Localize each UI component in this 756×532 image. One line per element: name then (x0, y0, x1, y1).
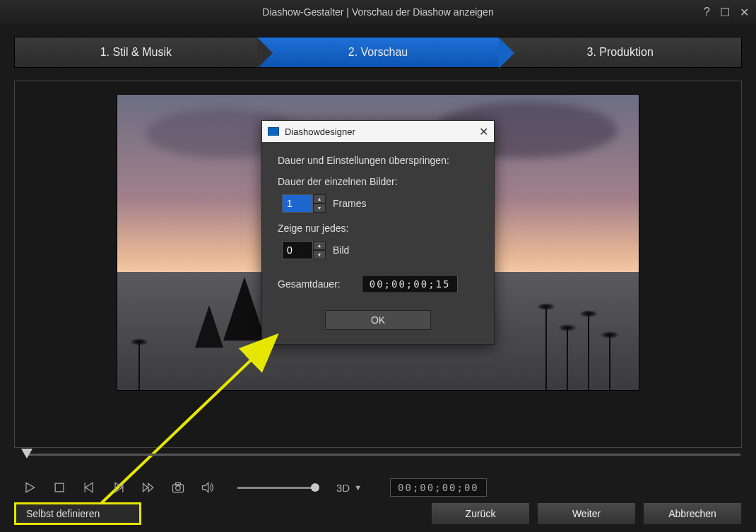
bottom-bar: Selbst definieren Zurück Weiter Abbreche… (14, 502, 742, 525)
dialog-heading: Dauer und Einstellungen überspringen: (278, 155, 478, 166)
step-label: 2. Vorschau (348, 46, 408, 59)
title-bar: Diashow-Gestalter | Vorschau der Diashow… (0, 0, 756, 24)
timeline-handle-icon[interactable] (21, 449, 33, 459)
help-icon[interactable]: ? (704, 6, 710, 18)
duration-spin-down-icon[interactable]: ▼ (313, 203, 326, 213)
next-button[interactable]: Weiter (537, 502, 636, 525)
volume-icon[interactable] (201, 480, 215, 495)
stop-icon[interactable] (52, 480, 66, 495)
app-icon (268, 127, 279, 136)
wizard-steps: 1. Stil & Musik 2. Vorschau 3. Produktio… (14, 37, 742, 68)
ok-button[interactable]: OK (325, 310, 431, 330)
volume-slider[interactable] (237, 487, 315, 489)
duration-label: Dauer der einzelnen Bilder: (278, 176, 478, 187)
step-production[interactable]: 3. Produktion (499, 37, 741, 67)
snapshot-icon[interactable] (171, 480, 185, 495)
dialog-title-bar: Diashowdesigner ✕ (262, 121, 494, 142)
back-button[interactable]: Zurück (431, 502, 530, 525)
slideshow-designer-dialog: Diashowdesigner ✕ Dauer und Einstellunge… (261, 120, 495, 345)
maximize-icon[interactable]: ☐ (720, 6, 730, 19)
dialog-close-icon[interactable]: ✕ (479, 125, 488, 138)
svg-rect-12 (176, 483, 181, 485)
svg-marker-9 (148, 483, 153, 492)
step-style-music[interactable]: 1. Stil & Musik (15, 37, 257, 67)
window-title: Diashow-Gestalter | Vorschau der Diashow… (262, 6, 493, 18)
cancel-button[interactable]: Abbrechen (643, 502, 742, 525)
svg-marker-6 (115, 483, 122, 492)
next-label: Weiter (572, 508, 601, 519)
playback-controls: 3D ▼ 00;00;00;00 (23, 478, 487, 497)
svg-rect-3 (55, 483, 64, 492)
duration-input[interactable] (282, 194, 313, 213)
play-icon[interactable] (23, 480, 37, 495)
close-icon[interactable]: ✕ (740, 6, 749, 19)
back-label: Zurück (466, 508, 496, 519)
volume-knob-icon[interactable] (311, 483, 319, 492)
every-spin-down-icon[interactable]: ▼ (313, 250, 326, 259)
self-define-button[interactable]: Selbst definieren (14, 502, 141, 525)
duration-spin-up-icon[interactable]: ▲ (313, 194, 326, 203)
step-label: 3. Produktion (587, 46, 654, 59)
timeline-slider[interactable] (16, 447, 740, 461)
self-define-label: Selbst definieren (26, 508, 100, 519)
svg-marker-8 (143, 483, 148, 492)
every-spin-up-icon[interactable]: ▲ (313, 241, 326, 250)
cancel-label: Abbrechen (668, 508, 716, 519)
3d-label: 3D (336, 482, 350, 494)
svg-marker-4 (85, 483, 93, 492)
svg-marker-13 (203, 483, 208, 492)
step-label: 1. Stil & Musik (100, 46, 172, 59)
step-preview[interactable]: 2. Vorschau (257, 37, 500, 67)
every-label: Zeige nur jedes: (278, 223, 478, 234)
every-input[interactable] (282, 241, 313, 259)
svg-point-11 (176, 486, 181, 491)
duration-unit: Frames (333, 198, 366, 209)
total-duration-value: 00;00;00;15 (362, 275, 459, 293)
every-unit: Bild (333, 244, 349, 256)
playback-time: 00;00;00;00 (390, 478, 487, 497)
prev-frame-icon[interactable] (82, 480, 96, 495)
dialog-title: Diashowdesigner (285, 126, 355, 137)
3d-dropdown-icon[interactable]: ▼ (354, 483, 362, 492)
next-frame-icon[interactable] (112, 480, 126, 495)
svg-marker-2 (26, 483, 35, 492)
fast-forward-icon[interactable] (141, 480, 155, 495)
total-duration-label: Gesamtdauer: (278, 278, 341, 290)
